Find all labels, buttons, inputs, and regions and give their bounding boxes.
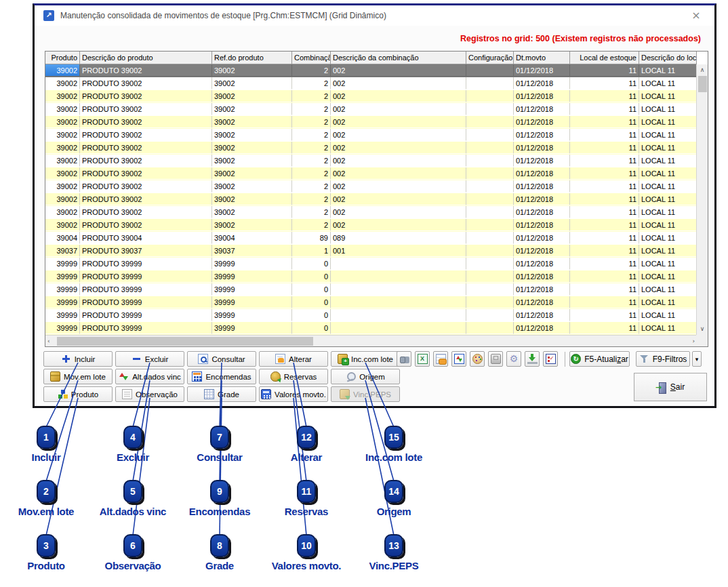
send-grid-button[interactable] [433, 351, 448, 367]
column-header-produto[interactable]: Produto [45, 52, 80, 64]
checklist-icon [546, 354, 556, 364]
grid-cell [466, 167, 514, 180]
grid-cell: 39002 [45, 129, 80, 141]
scroll-right-icon[interactable]: › [692, 336, 695, 346]
vertical-scroll-thumb[interactable] [698, 76, 707, 92]
column-header-descri-o-do-produto[interactable]: Descrição do produto [80, 52, 212, 64]
consultar-button[interactable]: Consultar [187, 351, 256, 367]
grid-row[interactable]: 39002PRODUTO 3900239002200201/12/201811L… [45, 180, 697, 193]
column-header-descri-o-do-loca[interactable]: Descrição do loca [639, 52, 697, 64]
sort-button[interactable] [451, 351, 466, 367]
binoculars-button[interactable] [397, 351, 411, 367]
produto-button[interactable]: Produto [43, 386, 113, 402]
observa-o-button[interactable]: Observação [115, 386, 184, 402]
grid-cell: 39004 [45, 232, 80, 244]
grid-row[interactable]: 39002PRODUTO 3900239002200201/12/201811L… [45, 193, 697, 206]
scroll-left-icon[interactable]: ‹ [47, 336, 50, 346]
grid-row[interactable]: 39999PRODUTO 3999939999001/12/201811LOCA… [45, 270, 697, 283]
column-header-descri-o-da-combina-o[interactable]: Descrição da combinação [331, 52, 466, 64]
column-header-combina-o[interactable]: Combinação [292, 52, 331, 64]
grid-row[interactable]: 39002PRODUTO 3900239002200201/12/201811L… [45, 167, 697, 180]
grid-cell [466, 193, 514, 205]
export-button[interactable] [525, 351, 540, 367]
horizontal-scroll-thumb[interactable] [57, 337, 313, 346]
filters-dropdown-button[interactable]: ▾ [692, 351, 702, 367]
grid-cell: 39002 [45, 206, 80, 218]
grid-row[interactable]: 39002PRODUTO 3900239002200201/12/201811L… [45, 142, 697, 155]
reservas-button[interactable]: Reservas [259, 369, 328, 384]
printer-button[interactable] [488, 351, 503, 367]
f5-refresh-button[interactable]: F5-Atualizar [569, 351, 630, 367]
grid-row[interactable]: 39002PRODUTO 3900239002200201/12/201811L… [45, 155, 697, 167]
grid-cell: 39002 [45, 155, 80, 167]
grid-cell: 39999 [212, 270, 292, 283]
grid-cell: PRODUTO 39002 [80, 193, 212, 205]
column-header-configura-o[interactable]: Configuração [466, 52, 514, 64]
grid-cell: LOCAL 11 [639, 322, 697, 334]
grid-cell [331, 258, 466, 270]
grid-cell: 11 [570, 309, 639, 321]
grid-cell: 11 [570, 219, 639, 231]
button-label: Origem [359, 373, 385, 381]
grid-row[interactable]: 39002PRODUTO 3900239002200201/12/201811L… [45, 129, 697, 142]
grid-cell: 39999 [212, 258, 292, 270]
valores-movto-button[interactable]: Valores movto. [259, 386, 328, 402]
grid-cell: 89 [292, 232, 331, 244]
sair-button[interactable]: Sair [634, 373, 707, 401]
grade-button[interactable]: Grade [187, 386, 256, 402]
alt-dados-vinc-button[interactable]: Alt.dados vinc [115, 369, 184, 384]
horizontal-scrollbar[interactable]: ‹ › [45, 335, 697, 346]
grid-row[interactable]: 39999PRODUTO 3999939999001/12/201811LOCA… [45, 296, 697, 309]
grid-row[interactable]: 39999PRODUTO 3999939999001/12/201811LOCA… [45, 309, 697, 322]
scroll-down-icon[interactable]: ∨ [697, 324, 708, 334]
grid-cell: 39002 [45, 116, 80, 128]
grid-cell: LOCAL 11 [639, 193, 697, 205]
grid-row[interactable]: 39002PRODUTO 3900239002200201/12/201811L… [45, 103, 697, 116]
grid-row[interactable]: 39002PRODUTO 3900239002200201/12/201811L… [45, 77, 697, 90]
vertical-scrollbar[interactable]: ∧ ∨ [696, 64, 708, 335]
mov-em-lote-button[interactable]: Mov.em lote [43, 369, 113, 384]
origem-button[interactable]: Origem [331, 369, 400, 384]
excluir-button[interactable]: Excluir [115, 351, 184, 367]
grid-cell: 2 [292, 206, 331, 218]
inc-com-lote-button[interactable]: Inc.com lote [331, 351, 400, 367]
column-header-local-de-estoque[interactable]: Local de estoque [570, 52, 639, 64]
callout-badge-6: 6 [123, 534, 142, 557]
grid-row[interactable]: 39004PRODUTO 39004390048908901/12/201811… [45, 232, 697, 245]
column-header-dt-movto[interactable]: Dt.movto [514, 52, 570, 64]
grid-cell: 11 [570, 103, 639, 115]
grid-cell: LOCAL 11 [639, 296, 697, 308]
sort-icon [454, 354, 464, 364]
grid-cell: 01/12/2018 [514, 155, 570, 167]
grid-row[interactable]: 39002PRODUTO 3900239002200201/12/201811L… [45, 206, 697, 219]
f9-filters-button[interactable]: F9-Filtros [636, 351, 690, 367]
grid-row[interactable]: 39999PRODUTO 3999939999001/12/201811LOCA… [45, 258, 697, 270]
callout-badge-13: 13 [384, 534, 403, 557]
grid-row[interactable]: 39002PRODUTO 3900239002200201/12/201811L… [45, 116, 697, 129]
close-icon[interactable]: × [686, 8, 706, 23]
grid-cell: 0 [292, 296, 331, 308]
alterar-button[interactable]: Alterar [259, 351, 328, 367]
column-header-ref-do-produto[interactable]: Ref.do produto [212, 52, 292, 64]
grid-row[interactable]: 39002PRODUTO 3900239002200201/12/201811L… [45, 219, 697, 232]
grid-cell: 2 [292, 103, 331, 115]
grid-cell: 39002 [45, 167, 80, 180]
encomendas-button[interactable]: Encomendas [187, 369, 256, 384]
grid-cell: 39002 [45, 219, 80, 231]
excel-button[interactable] [415, 351, 430, 367]
checklist-button[interactable] [543, 351, 558, 367]
grid-cell: 39002 [45, 180, 80, 193]
grid-row[interactable]: 39037PRODUTO 3903739037100101/12/201811L… [45, 245, 697, 258]
scroll-up-icon[interactable]: ∧ [697, 65, 708, 75]
exit-door-icon [656, 382, 666, 392]
grid-cell: 002 [331, 206, 466, 218]
grid-row[interactable]: 39002PRODUTO 3900239002200201/12/201811L… [45, 64, 697, 77]
grid-row[interactable]: 39002PRODUTO 3900239002200201/12/201811L… [45, 90, 697, 103]
grid-row[interactable]: 39999PRODUTO 3999939999001/12/201811LOCA… [45, 322, 697, 335]
grid-cell: 01/12/2018 [514, 90, 570, 102]
gear-button[interactable] [506, 351, 521, 367]
edit-hand-icon [275, 354, 285, 364]
incluir-button[interactable]: Incluir [43, 351, 113, 367]
palette-button[interactable] [470, 351, 485, 367]
grid-row[interactable]: 39999PRODUTO 3999939999001/12/201811LOCA… [45, 283, 697, 296]
